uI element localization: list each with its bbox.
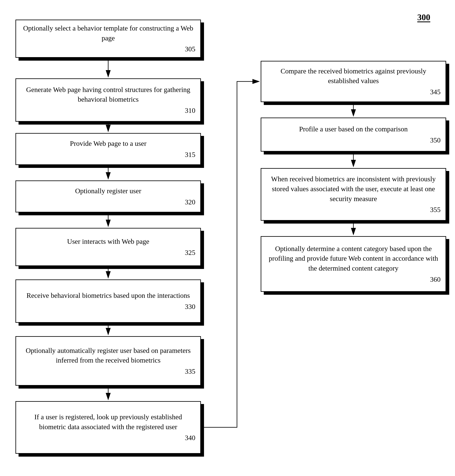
box-330-step: 330	[185, 302, 195, 312]
box-335-step: 335	[185, 367, 195, 376]
box-315-text: Provide Web page to a user	[70, 139, 146, 149]
box-320-step: 320	[185, 197, 195, 207]
box-360-step: 360	[430, 275, 441, 284]
box-340-text: If a user is registered, look up previou…	[21, 412, 195, 432]
box-305-text: Optionally select a behavior template fo…	[21, 23, 195, 43]
title-ref: 300	[417, 12, 430, 22]
box-340-step: 340	[185, 433, 195, 443]
box-325-text: User interacts with Web page	[67, 237, 149, 246]
box-305-step: 305	[185, 44, 195, 54]
box-345-text: Compare the received biometrics against …	[266, 66, 441, 86]
box-350-text: Profile a user based on the comparison	[299, 124, 408, 134]
box-310-text: Generate Web page having control structu…	[21, 85, 195, 104]
box-340: If a user is registered, look up previou…	[16, 401, 201, 454]
box-325: User interacts with Web page 325	[16, 228, 201, 266]
box-310: Generate Web page having control structu…	[16, 78, 201, 122]
box-345-step: 345	[430, 87, 441, 97]
box-325-step: 325	[185, 248, 195, 258]
diagram-container: 300 Optionally select a behavior templat…	[0, 0, 455, 476]
box-355: When received biometrics are inconsisten…	[261, 168, 446, 221]
box-315: Provide Web page to a user 315	[16, 133, 201, 165]
box-345: Compare the received biometrics against …	[261, 61, 446, 102]
box-330-text: Receive behavioral biometrics based upon…	[26, 291, 190, 301]
box-320-text: Optionally register user	[75, 186, 141, 196]
box-360: Optionally determine a content category …	[261, 236, 446, 292]
box-315-step: 315	[185, 150, 195, 160]
box-355-step: 355	[430, 205, 441, 215]
box-335-text: Optionally automatically register user b…	[21, 346, 195, 365]
box-350-step: 350	[430, 135, 441, 145]
box-320: Optionally register user 320	[16, 180, 201, 212]
box-330: Receive behavioral biometrics based upon…	[16, 279, 201, 323]
box-350: Profile a user based on the comparison 3…	[261, 117, 446, 151]
box-310-step: 310	[185, 106, 195, 116]
box-355-text: When received biometrics are inconsisten…	[266, 174, 441, 204]
box-305: Optionally select a behavior template fo…	[16, 20, 201, 58]
box-335: Optionally automatically register user b…	[16, 336, 201, 386]
box-360-text: Optionally determine a content category …	[266, 244, 441, 273]
